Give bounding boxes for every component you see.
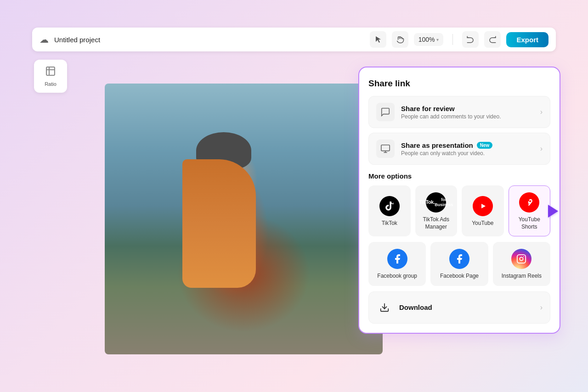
youtube-shorts-icon bbox=[519, 192, 539, 213]
ratio-icon bbox=[45, 66, 56, 79]
share-for-review-option[interactable]: Share for review People can add comments… bbox=[368, 96, 550, 128]
facebook-group-label: Facebook group bbox=[377, 273, 417, 280]
canvas-image bbox=[105, 84, 383, 354]
svg-marker-7 bbox=[481, 204, 486, 208]
download-label: Download bbox=[399, 303, 534, 311]
svg-rect-1 bbox=[46, 67, 55, 75]
zoom-button[interactable]: 100% ▾ bbox=[414, 33, 444, 46]
zoom-level: 100% bbox=[418, 36, 435, 43]
share-review-title: Share for review bbox=[401, 105, 534, 112]
tiktok-icon bbox=[379, 196, 400, 216]
download-icon bbox=[376, 299, 393, 316]
sidebar-item-ratio[interactable]: Ratio bbox=[34, 60, 67, 93]
redo-button[interactable] bbox=[484, 31, 501, 48]
share-panel: Share link Share for review People can a… bbox=[358, 67, 560, 334]
share-review-desc: People can add comments to your video. bbox=[401, 113, 534, 120]
select-tool-button[interactable] bbox=[370, 31, 386, 48]
share-panel-title: Share link bbox=[368, 78, 550, 89]
new-badge: New bbox=[477, 142, 493, 149]
share-review-arrow-icon: › bbox=[540, 108, 543, 116]
svg-rect-8 bbox=[517, 255, 526, 263]
platform-item-facebook-page[interactable]: Facebook Page bbox=[430, 242, 488, 286]
platform-item-youtube-shorts[interactable]: YouTube Shorts bbox=[509, 185, 551, 236]
hand-tool-button[interactable] bbox=[392, 31, 408, 48]
youtube-icon bbox=[473, 196, 493, 216]
canvas-image-background bbox=[105, 84, 383, 354]
share-review-icon bbox=[376, 103, 395, 121]
platform-item-facebook-group[interactable]: Facebook group bbox=[368, 242, 426, 286]
share-presentation-text: Share as presentation New People can onl… bbox=[401, 141, 534, 157]
svg-rect-4 bbox=[381, 145, 390, 151]
svg-marker-0 bbox=[376, 36, 381, 43]
platform-item-instagram-reels[interactable]: Instagram Reels bbox=[493, 242, 550, 286]
share-as-presentation-option[interactable]: Share as presentation New People can onl… bbox=[368, 133, 550, 165]
sidebar-item-ratio-label: Ratio bbox=[45, 81, 57, 87]
share-presentation-icon bbox=[376, 140, 395, 158]
share-presentation-arrow-icon: › bbox=[540, 145, 543, 153]
instagram-reels-label: Instagram Reels bbox=[502, 273, 542, 280]
share-presentation-title: Share as presentation New bbox=[401, 141, 534, 149]
platform-grid-row2: Facebook group Facebook Page Instagram R… bbox=[368, 242, 550, 286]
facebook-group-icon bbox=[387, 249, 407, 269]
toolbar-divider bbox=[452, 34, 453, 45]
facebook-page-icon bbox=[449, 249, 469, 269]
more-options-title: More options bbox=[368, 172, 550, 180]
cursor-pointer-icon bbox=[548, 205, 558, 218]
export-button[interactable]: Export bbox=[506, 32, 548, 47]
tiktok-ads-label: TikTok Ads Manager bbox=[419, 216, 453, 230]
instagram-reels-icon bbox=[511, 249, 531, 269]
share-review-text: Share for review People can add comments… bbox=[401, 105, 534, 120]
download-arrow-icon: › bbox=[540, 303, 543, 312]
youtube-shorts-label: YouTube Shorts bbox=[513, 216, 547, 230]
youtube-label: YouTube bbox=[472, 220, 493, 227]
platform-grid-row1: TikTok TikTok. for Business TikTok Ads M… bbox=[368, 185, 550, 236]
project-title: Untitled project bbox=[54, 36, 364, 44]
tiktok-ads-icon: TikTok. for Business bbox=[426, 192, 446, 213]
undo-button[interactable] bbox=[462, 31, 479, 48]
platform-item-youtube[interactable]: YouTube bbox=[462, 185, 504, 236]
tiktok-label: TikTok bbox=[382, 220, 397, 227]
platform-item-tiktok-ads[interactable]: TikTok. for Business TikTok Ads Manager bbox=[415, 185, 458, 236]
platform-item-tiktok[interactable]: TikTok bbox=[368, 185, 411, 236]
facebook-page-label: Facebook Page bbox=[440, 273, 479, 280]
download-option[interactable]: Download › bbox=[368, 291, 550, 324]
svg-point-9 bbox=[520, 258, 523, 261]
cloud-icon: ☁ bbox=[40, 34, 49, 45]
sidebar: Ratio bbox=[32, 60, 69, 93]
share-presentation-desc: People can only watch your video. bbox=[401, 150, 534, 157]
svg-point-10 bbox=[523, 256, 524, 257]
zoom-chevron-icon: ▾ bbox=[436, 37, 439, 42]
toolbar: ☁ Untitled project 100% ▾ Export bbox=[32, 28, 556, 51]
